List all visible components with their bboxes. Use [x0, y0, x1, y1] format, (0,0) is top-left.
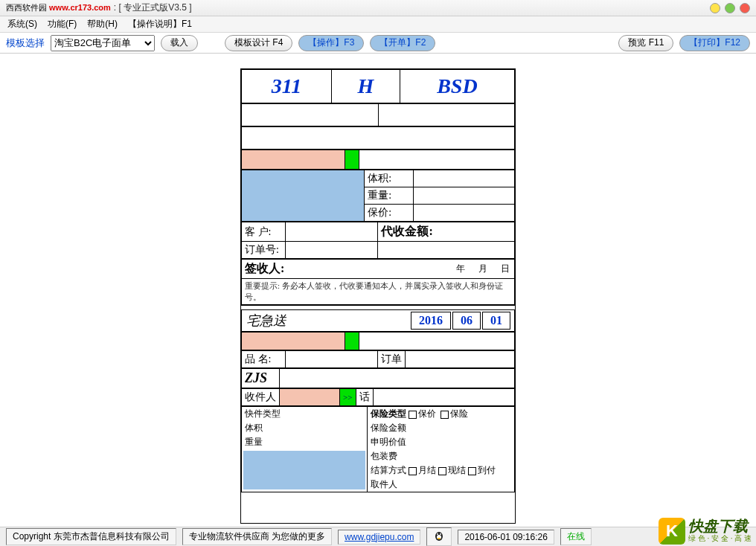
- recipient-label: 收件人: [242, 389, 280, 406]
- insure-value: [414, 205, 515, 222]
- shipping-form: 311 H BSD 体积: 重量: 保价: 客 户: 代收金额: 订单号:: [240, 68, 516, 524]
- vendor-link[interactable]: www.gdjiepu.com: [345, 532, 414, 542]
- insure-label: 保价:: [365, 205, 414, 222]
- menu-function[interactable]: 功能(F): [48, 18, 77, 30]
- menu-instructions[interactable]: 【操作说明】F1: [128, 18, 192, 30]
- cash-checkbox[interactable]: [438, 467, 446, 475]
- declare-value-label: 申明价值: [368, 435, 514, 449]
- menubar: 系统(S) 功能(F) 帮助(H) 【操作说明】F1: [0, 16, 756, 33]
- tip-text: 重要提示: 务必本人签收，代收要通知本人，并属实录入签收人和身份证号。: [242, 279, 515, 305]
- volume-value: [414, 170, 515, 187]
- print-button[interactable]: 【打印】F12: [679, 35, 750, 51]
- customer-label: 客 户:: [242, 222, 286, 242]
- insurance-type-row: 保险类型 保价 保险: [368, 407, 514, 421]
- left-details: 快件类型 体积 重量: [242, 407, 368, 492]
- right-details: 保险类型 保价 保险 保险金额 申明价值 包装费 结算方式 月结 现结 到付 取…: [367, 407, 514, 492]
- qq-icon[interactable]: [426, 527, 452, 546]
- logo-url: www.cr173.com: [49, 3, 111, 12]
- template-select[interactable]: 淘宝B2C电子面单: [51, 35, 155, 51]
- order2-label: 订单: [378, 351, 406, 368]
- cod-checkbox[interactable]: [468, 467, 476, 475]
- empty-4: [359, 333, 514, 350]
- canvas: 311 H BSD 体积: 重量: 保价: 客 户: 代收金额: 订单号:: [0, 54, 756, 524]
- close-button[interactable]: [740, 3, 750, 13]
- cod-label: 代收金额:: [378, 222, 515, 242]
- cod-value: [378, 242, 515, 259]
- order2-value: [406, 351, 515, 368]
- empty-2: [242, 127, 515, 150]
- weight2-label: 重量: [242, 435, 367, 449]
- design-button[interactable]: 模板设计 F4: [225, 35, 292, 51]
- green-marker-2: [345, 333, 359, 350]
- customer-value: [285, 222, 378, 242]
- zjs-code: ZJS: [242, 369, 280, 388]
- logo: 西西软件园 www.cr173.com: [6, 2, 111, 13]
- product-label: 品 名:: [242, 351, 286, 368]
- open-button[interactable]: 【开单】F2: [370, 35, 435, 51]
- template-label: 模板选择: [6, 36, 45, 50]
- menu-help[interactable]: 帮助(H): [87, 18, 118, 30]
- svg-point-2: [437, 533, 438, 535]
- watermark-sub: 绿 色 · 安 全 · 高 速: [688, 533, 752, 544]
- empty-1a: [242, 104, 379, 126]
- datetime: 2016-06-01 09:16:26: [458, 530, 554, 545]
- green-arrow: >>: [339, 389, 356, 406]
- insurance-checkbox[interactable]: [441, 411, 449, 419]
- watermark-text: 快盘下载: [688, 518, 752, 533]
- orderno-value: [285, 242, 378, 259]
- pink-box-3: [280, 389, 340, 406]
- pink-box-1: [242, 150, 345, 170]
- zjs-value: [280, 369, 515, 388]
- monthly-checkbox[interactable]: [409, 467, 417, 475]
- pink-box-2: [242, 333, 345, 350]
- minimize-button[interactable]: [710, 3, 720, 13]
- weight-label: 重量:: [365, 187, 414, 205]
- pack-fee-label: 包装费: [368, 449, 514, 463]
- online-status: 在线: [560, 528, 592, 545]
- date-ymd: 年 月 日: [301, 260, 514, 279]
- settle-row: 结算方式 月结 现结 到付: [368, 463, 514, 478]
- window-controls: [710, 3, 750, 13]
- volume2-label: 体积: [242, 421, 367, 435]
- window-title: : [ 专业正式版V3.5 ]: [114, 1, 192, 14]
- express-type-label: 快件类型: [242, 407, 367, 421]
- maximize-button[interactable]: [725, 3, 735, 13]
- header-code-3: BSD: [400, 70, 514, 103]
- phone-label: 话: [356, 389, 373, 406]
- svg-point-4: [438, 538, 441, 539]
- orderno-label: 订单号:: [242, 242, 286, 259]
- blue-box-2: [243, 451, 365, 489]
- express-name: 宅急送: [242, 310, 362, 332]
- product-value: [285, 351, 378, 368]
- empty-3: [359, 150, 514, 170]
- empty-1b: [378, 104, 515, 126]
- load-button[interactable]: 载入: [161, 35, 198, 51]
- preview-button[interactable]: 预览 F11: [618, 35, 673, 51]
- green-marker-1: [345, 150, 359, 170]
- operate-button[interactable]: 【操作】F3: [298, 35, 364, 51]
- header-code-2: H: [332, 70, 400, 103]
- watermark-logo: K: [659, 518, 685, 545]
- header-code-1: 311: [242, 70, 332, 103]
- toolbar: 模板选择 淘宝B2C电子面单 载入 模板设计 F4 【操作】F3 【开单】F2 …: [0, 33, 756, 54]
- menu-system[interactable]: 系统(S): [7, 18, 37, 30]
- date-boxes: 20160601: [362, 310, 515, 332]
- statusbar: Copyright 东莞市杰普信息科技有限公司 专业物流软件供应商 为您做的更多…: [0, 527, 756, 546]
- blue-box-1: [242, 170, 365, 222]
- watermark: K 快盘下载 绿 色 · 安 全 · 高 速: [659, 518, 752, 545]
- supplier-text: 专业物流软件供应商 为您做的更多: [182, 528, 332, 545]
- phone-value: [373, 389, 514, 406]
- titlebar: 西西软件园 www.cr173.com : [ 专业正式版V3.5 ]: [0, 0, 756, 16]
- insurance-amount-label: 保险金额: [368, 421, 514, 435]
- volume-label: 体积:: [365, 170, 414, 187]
- svg-point-3: [440, 533, 441, 535]
- insure-checkbox[interactable]: [409, 411, 417, 419]
- pickup-label: 取件人: [368, 478, 514, 492]
- weight-value: [414, 187, 515, 205]
- logo-text: 西西软件园: [6, 3, 47, 12]
- copyright: Copyright 东莞市杰普信息科技有限公司: [6, 528, 176, 545]
- signer-label: 签收人:: [242, 260, 302, 279]
